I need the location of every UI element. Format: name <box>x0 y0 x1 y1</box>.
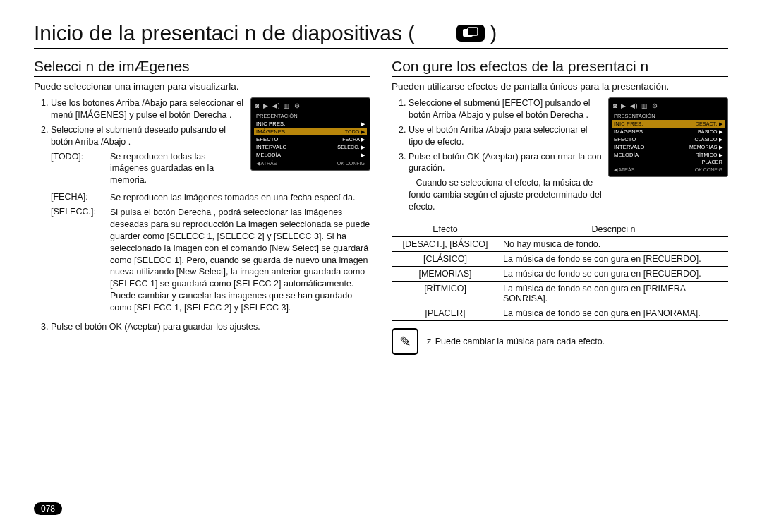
left-column: Selecci n de imÆgenes Puede seleccionar … <box>34 58 370 355</box>
sound-icon: ◀) <box>272 102 279 109</box>
left-step-3: Pulse el botón OK (Aceptar) para guardar… <box>51 321 370 333</box>
battery-icon: ▥ <box>641 102 648 109</box>
play-icon: ▶ <box>263 102 268 109</box>
lcd-preview-right: ◙ ▶ ◀) ▥ ⚙ PRESENTACIÓN INIC PRES.DESACT… <box>608 97 728 177</box>
section-heading-left: Selecci n de imÆgenes <box>34 58 370 77</box>
left-steps: Use los botones Arriba /Abajo para selec… <box>34 97 245 186</box>
lcd-menu-row: IMÁGENESTODO ▶ <box>254 128 367 135</box>
manual-page: Inicio de la presentaci n de diapositiva… <box>0 0 762 532</box>
lcd-menu-row: INIC PRES.DESACT. ▶ <box>612 120 725 128</box>
table-row: [CLÁSICO]La música de fondo se con gura … <box>392 251 728 266</box>
page-title-row: Inicio de la presentaci n de diapositiva… <box>34 21 728 49</box>
table-row: [RÍTMICO]La música de fondo se con gura … <box>392 281 728 306</box>
table-head-desc: Descripci n <box>499 222 728 236</box>
lcd-menu-row: EFECTOCLÁSICO ▶ <box>612 135 725 143</box>
slideshow-icon <box>422 23 485 43</box>
right-steps: Seleccione el submenú [EFECTO] pulsando … <box>392 97 603 213</box>
right-step-3: Pulse el botón OK (Aceptar) para con rma… <box>409 151 603 213</box>
left-intro: Puede seleccionar una imagen para visual… <box>34 81 370 92</box>
lcd-menu-row: INTERVALOSELECC. ▶ <box>254 143 367 151</box>
table-head-effect: Efecto <box>392 222 499 236</box>
lcd-menu-row: EFECTOFECHA ▶ <box>254 135 367 143</box>
battery-icon: ▥ <box>284 102 290 109</box>
lcd-preview-left: ◙ ▶ ◀) ▥ ⚙ PRESENTACIÓN INIC PRES.▶IMÁGE… <box>250 97 370 171</box>
effects-table: Efecto Descripci n [DESACT.], [BÁSICO]No… <box>392 222 728 321</box>
settings-icon: ⚙ <box>294 102 300 109</box>
lcd-menu-row: INIC PRES.▶ <box>254 120 367 128</box>
camera-icon: ◙ <box>613 102 617 109</box>
left-steps-cont: Pulse el botón OK (Aceptar) para guardar… <box>34 321 370 333</box>
definition-list-cont: [FECHA]: Se reproducen las imágenes toma… <box>34 192 370 314</box>
right-column: Con gure los efectos de la presentaci n … <box>392 58 728 355</box>
lcd-menu-row: IMÁGENESBÁSICO ▶ <box>612 128 725 135</box>
section-heading-right: Con gure los efectos de la presentaci n <box>392 58 728 77</box>
lcd-icon-row: ◙ ▶ ◀) ▥ ⚙ <box>254 101 367 112</box>
play-icon: ▶ <box>621 102 626 109</box>
note-text: Puede cambiar la música para cada efecto… <box>427 337 728 346</box>
lcd-menu-row: PLACER <box>612 159 725 165</box>
sound-icon: ◀) <box>630 102 637 109</box>
table-row: [DESACT.], [BÁSICO]No hay música de fond… <box>392 236 728 251</box>
note-row: ✎ Puede cambiar la música para cada efec… <box>392 328 728 355</box>
table-row: [MEMORIAS]La música de fondo se con gura… <box>392 266 728 281</box>
lcd-icon-row: ◙ ▶ ◀) ▥ ⚙ <box>612 101 725 112</box>
right-step-2: Use el botón Arriba /Abajo para seleccio… <box>409 124 603 148</box>
definition-list: [TODO]: Se reproducen todas las imágenes… <box>51 151 245 187</box>
note-icon: ✎ <box>392 328 418 355</box>
lcd-menu-row: MELODÍA▶ <box>254 151 367 159</box>
svg-rect-2 <box>468 28 478 35</box>
table-row: [PLACER]La música de fondo se con gura e… <box>392 306 728 320</box>
content-columns: Selecci n de imÆgenes Puede seleccionar … <box>34 58 728 355</box>
lcd-menu-row: INTERVALOMEMORIAS ▶ <box>612 143 725 151</box>
page-number-badge: 078 <box>34 502 62 515</box>
left-step-2: Seleccione el submenú deseado pulsando e… <box>51 124 245 186</box>
page-title: Inicio de la presentaci n de diapositiva… <box>34 21 415 45</box>
left-step-1: Use los botones Arriba /Abajo para selec… <box>51 97 245 121</box>
right-intro: Pueden utilizarse efectos de pantalla ún… <box>392 81 728 92</box>
lcd-menu-row: MELODÍARÍTMICO ▶ <box>612 151 725 159</box>
settings-icon: ⚙ <box>652 102 658 109</box>
page-title-close: ) <box>490 21 497 45</box>
camera-icon: ◙ <box>255 102 259 109</box>
right-step-1: Seleccione el submenú [EFECTO] pulsando … <box>409 97 603 121</box>
